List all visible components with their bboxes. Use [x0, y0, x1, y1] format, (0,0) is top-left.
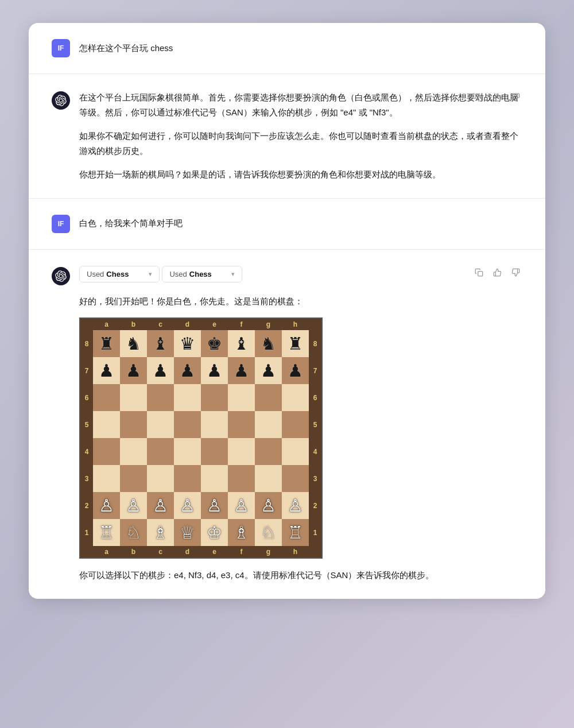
chat-container: IF 怎样在这个平台玩 chess 在这个平台上玩国际象棋很简单。首先，你需要选… [29, 23, 545, 599]
ai-message-1: 在这个平台上玩国际象棋很简单。首先，你需要选择你想要扮演的角色（白色或黑色），然… [29, 74, 545, 199]
ai-avatar-1 [52, 91, 70, 110]
tool-badge-2-label: Used [169, 270, 187, 278]
user-avatar-2: IF [52, 215, 70, 233]
ai-message-1-actions [472, 90, 522, 104]
ai-content-2: Used Chess ▾ Used Chess ▾ [79, 266, 522, 583]
user-message-2: IF 白色，给我来个简单对手吧 [29, 199, 545, 250]
user-message-1: IF 怎样在这个平台玩 chess [29, 23, 545, 74]
ai-text-1: 在这个平台上玩国际象棋很简单。首先，你需要选择你想要扮演的角色（白色或黑色），然… [79, 90, 522, 182]
thumbup-button-1[interactable] [490, 90, 504, 104]
svg-rect-1 [478, 272, 482, 276]
thumbdown-button-1[interactable] [509, 90, 522, 104]
ai-intro-text: 好的，我们开始吧！你是白色，你先走。这是当前的棋盘： [79, 294, 522, 309]
tool-badge-1-label: Used [87, 270, 104, 278]
ai-outro-text: 你可以选择以下的棋步：e4, Nf3, d4, e3, c4。请使用标准代记号（… [79, 568, 522, 583]
thumbup-button-2[interactable] [490, 266, 504, 280]
copy-button-1[interactable] [472, 90, 486, 104]
svg-rect-0 [478, 96, 482, 100]
tool-badge-2-bold: Chess [189, 270, 212, 278]
tool-badge-1[interactable]: Used Chess ▾ [79, 266, 160, 282]
copy-button-2[interactable] [472, 266, 486, 280]
tool-badge-2[interactable]: Used Chess ▾ [162, 266, 242, 282]
ai-content-1: 在这个平台上玩国际象棋很简单。首先，你需要选择你想要扮演的角色（白色或黑色），然… [79, 90, 522, 182]
ai-avatar-2 [52, 267, 70, 285]
ai-message-2-actions [472, 266, 522, 280]
chevron-down-icon-2: ▾ [231, 270, 235, 278]
ai-message-2: Used Chess ▾ Used Chess ▾ [29, 250, 545, 599]
user-text-2: 白色，给我来个简单对手吧 [79, 218, 183, 229]
chess-board: abcdefgh8♜♞♝♛♚♝♞♜87♟♟♟♟♟♟♟♟7665544332♙♙♙… [79, 317, 323, 559]
user-avatar-1: IF [52, 39, 70, 57]
chevron-down-icon-1: ▾ [149, 270, 152, 278]
thumbdown-button-2[interactable] [509, 266, 522, 280]
user-text-1: 怎样在这个平台玩 chess [79, 43, 173, 54]
chess-board-inner: abcdefgh8♜♞♝♛♚♝♞♜87♟♟♟♟♟♟♟♟7665544332♙♙♙… [79, 317, 323, 559]
tool-badges: Used Chess ▾ Used Chess ▾ [79, 266, 522, 287]
tool-badge-1-bold: Chess [106, 270, 129, 278]
